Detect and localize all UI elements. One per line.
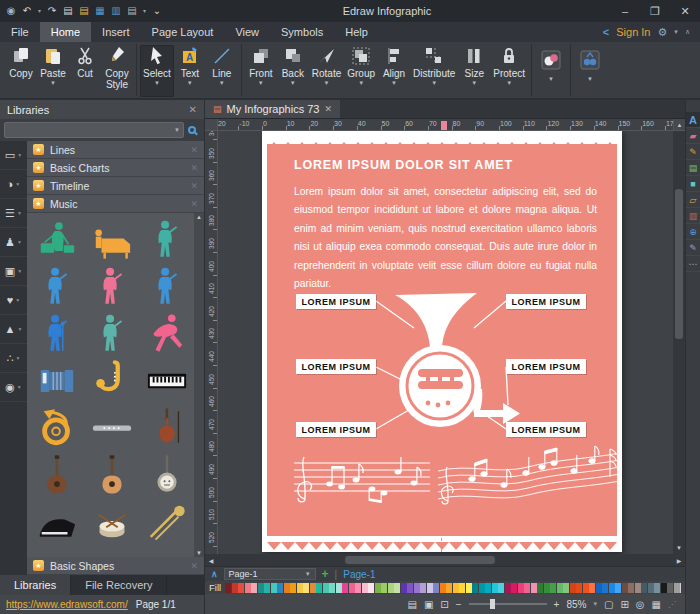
pen-tool[interactable]: ✎	[686, 144, 700, 160]
color-swatch[interactable]	[615, 583, 621, 593]
page-tab[interactable]: Page-1	[343, 569, 375, 580]
maximize-button[interactable]: ❐	[640, 0, 670, 22]
chevron-down-icon[interactable]: ▼	[305, 571, 311, 577]
ribbon-button-size[interactable]: Size▼	[458, 45, 490, 97]
menu-item-help[interactable]: Help	[334, 22, 379, 42]
color-swatch[interactable]	[414, 583, 420, 593]
color-swatch[interactable]	[303, 583, 309, 593]
color-swatch[interactable]	[381, 583, 387, 593]
color-swatch[interactable]	[485, 583, 491, 593]
french-horn-illustration[interactable]	[380, 293, 530, 449]
zoom-slider[interactable]	[469, 603, 547, 605]
collapse-ribbon-icon[interactable]: ∧	[685, 28, 690, 36]
share-icon[interactable]: <	[603, 26, 609, 38]
close-button[interactable]: ✕	[670, 0, 700, 22]
ribbon-button-paste[interactable]: Paste▼	[37, 45, 69, 97]
ribbon-button-back[interactable]: Back▼	[277, 45, 309, 97]
zoom-slider-handle[interactable]	[490, 599, 495, 609]
ribbon-button-cut[interactable]: Cut	[69, 45, 101, 97]
close-icon[interactable]: ✕	[190, 561, 198, 571]
color-swatch[interactable]	[609, 583, 615, 593]
scroll-up-icon[interactable]: ▲	[196, 214, 202, 220]
color-swatch[interactable]	[420, 583, 426, 593]
save-button[interactable]: ▦	[93, 0, 107, 22]
normal-view-icon[interactable]: ▤	[407, 599, 416, 610]
library-row-lines[interactable]: ★Lines✕	[27, 141, 204, 158]
color-swatch[interactable]	[648, 583, 654, 593]
color-swatch[interactable]	[557, 583, 563, 593]
collapse-pagebar-icon[interactable]: ∧	[211, 569, 218, 579]
shape-piano-keyboard[interactable]	[139, 357, 194, 404]
fill-tool[interactable]: ▰	[686, 128, 700, 144]
horizontal-scrollbar[interactable]: ◀ ▶	[205, 554, 685, 566]
color-swatch[interactable]	[602, 583, 608, 593]
chevron-down-icon[interactable]: ▼	[174, 127, 180, 133]
shape-guitarist[interactable]	[30, 263, 85, 310]
color-swatch[interactable]	[271, 583, 277, 593]
close-icon[interactable]: ✕	[190, 163, 198, 173]
page-view-icon[interactable]: ▣	[424, 599, 433, 610]
color-swatch[interactable]	[459, 583, 465, 593]
note-tool[interactable]: ▥	[686, 208, 700, 224]
color-swatch[interactable]	[440, 583, 446, 593]
undo-button-caret-icon[interactable]: ▾	[36, 0, 43, 22]
scroll-right-icon[interactable]: ▶	[673, 557, 685, 564]
color-swatch[interactable]	[453, 583, 459, 593]
color-swatch[interactable]	[511, 583, 517, 593]
shape-tool[interactable]: ■	[686, 176, 700, 192]
color-swatch[interactable]	[466, 583, 472, 593]
comment-tool[interactable]: ⋯	[686, 256, 700, 272]
shape-saxophonist[interactable]	[85, 310, 140, 357]
snapshot-button-caret-icon[interactable]: ▾	[141, 0, 148, 22]
color-swatch[interactable]	[531, 583, 537, 593]
color-swatch[interactable]	[362, 583, 368, 593]
charts-library-icon[interactable]: ◑▼	[0, 170, 27, 199]
color-swatch[interactable]	[505, 583, 511, 593]
color-swatch[interactable]	[518, 583, 524, 593]
menu-item-insert[interactable]: Insert	[91, 22, 141, 42]
ribbon-button-copy[interactable]: Copy	[5, 45, 37, 97]
color-swatch[interactable]	[550, 583, 556, 593]
shape-clarinetist[interactable]	[139, 263, 194, 310]
color-swatch[interactable]	[290, 583, 296, 593]
music-staff-wavy[interactable]	[434, 441, 624, 519]
hide-ruler-button[interactable]: ▲	[673, 119, 685, 130]
people-library-icon[interactable]: ♟▼	[0, 228, 27, 257]
lorem-label-box[interactable]: LOREM IPSUM	[296, 359, 376, 374]
color-swatch[interactable]	[641, 583, 647, 593]
text-tool[interactable]: A	[686, 112, 700, 128]
color-swatch[interactable]	[524, 583, 530, 593]
shape-grand-piano[interactable]	[30, 498, 85, 545]
library-row-timeline[interactable]: ★Timeline✕	[27, 177, 204, 194]
timeline-library-icon[interactable]: ☰▼	[0, 199, 27, 228]
layers-tool[interactable]: ▱	[686, 192, 700, 208]
ribbon-button-align[interactable]: Align▼	[378, 45, 410, 97]
color-swatch[interactable]	[388, 583, 394, 593]
menu-item-home[interactable]: Home	[40, 22, 91, 42]
color-swatch[interactable]	[583, 583, 589, 593]
color-swatch[interactable]	[635, 583, 641, 593]
ribbon-button-copy-style[interactable]: Copy Style	[101, 45, 133, 97]
color-swatch[interactable]	[368, 583, 374, 593]
color-swatch[interactable]	[251, 583, 257, 593]
redo-button[interactable]: ↷	[45, 0, 59, 22]
fit-width-icon[interactable]: ⊞	[620, 599, 628, 610]
search-icon[interactable]	[188, 126, 196, 134]
horizontal-scroll-thumb[interactable]	[345, 556, 495, 564]
scroll-down-icon[interactable]: ▼	[673, 542, 685, 554]
search-input[interactable]: ▼	[4, 122, 184, 138]
settings-gear-icon[interactable]: ⚙	[657, 26, 667, 39]
music-staff-straight[interactable]	[292, 453, 432, 511]
color-swatch[interactable]	[446, 583, 452, 593]
color-swatch[interactable]	[628, 583, 634, 593]
settings-caret-icon[interactable]: ▾	[674, 28, 678, 36]
document-tab[interactable]: ▤ My Infographics 73 ✕	[205, 100, 340, 118]
shape-trombone[interactable]	[139, 498, 194, 545]
lorem-label-box[interactable]: LOREM IPSUM	[296, 294, 376, 309]
menu-item-symbols[interactable]: Symbols	[270, 22, 334, 42]
color-swatch[interactable]	[258, 583, 264, 593]
shape-bass-guitar[interactable]	[30, 451, 85, 498]
close-tab-icon[interactable]: ✕	[324, 104, 332, 114]
snapshot-button[interactable]: ▤	[125, 0, 139, 22]
color-swatch[interactable]	[375, 583, 381, 593]
